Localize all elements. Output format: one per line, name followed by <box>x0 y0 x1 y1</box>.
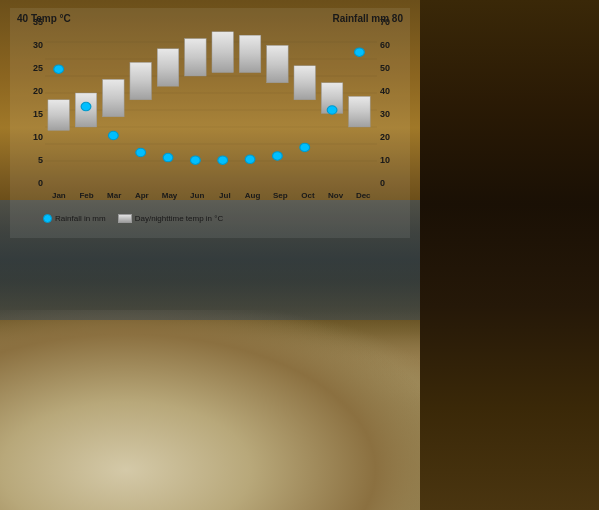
y-right-10: 10 <box>380 156 390 165</box>
x-label-feb: Feb <box>73 191 101 205</box>
y-right-30: 30 <box>380 110 390 119</box>
x-label-jan: Jan <box>45 191 73 205</box>
svg-rect-16 <box>267 45 288 82</box>
climate-chart: 40 Temp °C Rainfall mm 80 35 30 25 20 15… <box>10 8 410 238</box>
legend-temp-label: Day/nighttime temp in °C <box>135 214 224 223</box>
x-label-aug: Aug <box>239 191 267 205</box>
y-right-40: 40 <box>380 87 390 96</box>
y-right-50: 50 <box>380 64 390 73</box>
svg-point-25 <box>190 156 200 165</box>
x-label-jul: Jul <box>211 191 239 205</box>
svg-rect-9 <box>75 93 96 127</box>
legend-rainfall-label: Rainfall in mm <box>55 214 106 223</box>
svg-rect-15 <box>239 35 260 72</box>
background-right <box>420 0 599 510</box>
svg-point-20 <box>54 65 64 74</box>
svg-rect-19 <box>349 96 370 127</box>
legend-rainfall-dot <box>43 214 52 223</box>
svg-point-24 <box>163 153 173 162</box>
svg-point-22 <box>108 131 118 140</box>
x-label-apr: Apr <box>128 191 156 205</box>
y-left-0: 0 <box>38 179 43 188</box>
y-left-20: 20 <box>33 87 43 96</box>
svg-point-28 <box>273 152 283 161</box>
svg-point-26 <box>218 156 228 165</box>
x-label-jun: Jun <box>183 191 211 205</box>
svg-rect-10 <box>103 79 124 116</box>
svg-point-29 <box>300 143 310 152</box>
y-left-15: 15 <box>33 110 43 119</box>
y-axis-right: 70 60 50 40 30 20 10 0 <box>380 18 405 188</box>
svg-rect-17 <box>294 66 315 100</box>
y-left-25: 25 <box>33 64 43 73</box>
svg-point-23 <box>136 148 146 157</box>
svg-rect-14 <box>212 32 233 73</box>
svg-point-21 <box>81 102 91 111</box>
legend-temp-item: Day/nighttime temp in °C <box>118 214 224 223</box>
x-label-mar: Mar <box>100 191 128 205</box>
svg-rect-11 <box>130 62 151 99</box>
y-right-0: 0 <box>380 179 385 188</box>
chart-legend: Rainfall in mm Day/nighttime temp in °C <box>43 208 400 228</box>
legend-rainfall-item: Rainfall in mm <box>43 214 106 223</box>
y-axis-left: 35 30 25 20 15 10 5 0 <box>15 18 43 188</box>
x-label-nov: Nov <box>322 191 350 205</box>
x-label-sep: Sep <box>266 191 294 205</box>
y-left-30: 30 <box>33 41 43 50</box>
svg-point-31 <box>355 48 365 57</box>
y-left-35: 35 <box>33 18 43 27</box>
svg-rect-8 <box>48 100 69 131</box>
y-left-5: 5 <box>38 156 43 165</box>
svg-rect-18 <box>321 83 342 114</box>
x-axis: Jan Feb Mar Apr May Jun Jul Aug Sep Oct … <box>45 191 377 205</box>
svg-rect-13 <box>185 39 206 76</box>
x-label-may: May <box>156 191 184 205</box>
y-right-70: 70 <box>380 18 390 27</box>
y-left-10: 10 <box>33 133 43 142</box>
svg-point-27 <box>245 155 255 164</box>
svg-rect-12 <box>157 49 178 86</box>
y-right-60: 60 <box>380 41 390 50</box>
x-label-dec: Dec <box>349 191 377 205</box>
y-right-20: 20 <box>380 133 390 142</box>
legend-temp-bar <box>118 214 132 223</box>
x-label-oct: Oct <box>294 191 322 205</box>
chart-svg <box>45 25 377 195</box>
svg-point-30 <box>327 106 337 115</box>
